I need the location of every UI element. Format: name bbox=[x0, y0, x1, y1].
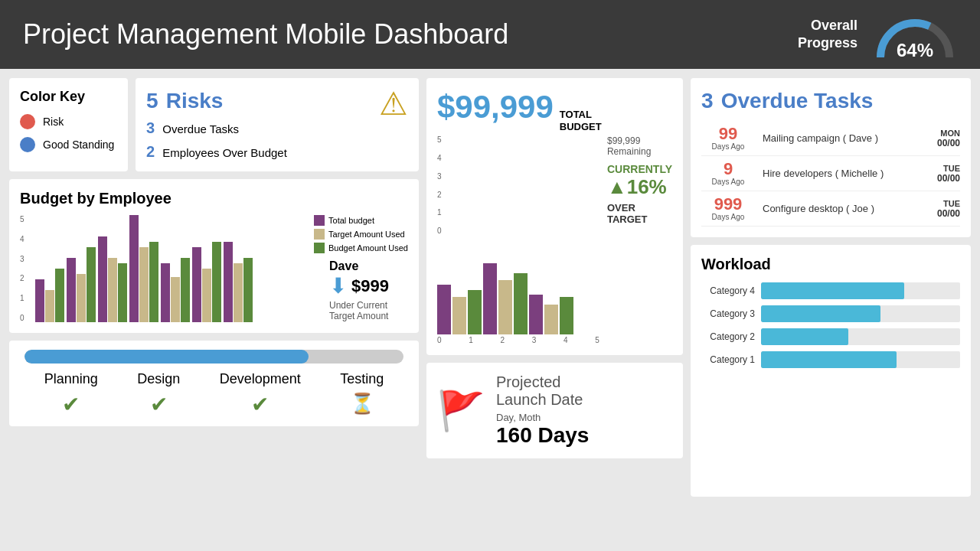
launch-label: ProjectedLaunch Date bbox=[496, 373, 589, 409]
mini-bar-group bbox=[529, 295, 573, 334]
good-standing-label: Good Standing bbox=[43, 139, 114, 151]
launch-text: ProjectedLaunch Date Day, Moth 160 Days bbox=[496, 373, 589, 448]
remaining-text: $99,999Remaining bbox=[607, 135, 672, 157]
employees-label: Employees Over Budget bbox=[162, 146, 287, 159]
color-key-card: Color Key Risk Good Standing bbox=[9, 78, 128, 171]
dave-name: Dave bbox=[329, 259, 389, 273]
day-of-week: TUE bbox=[918, 164, 960, 173]
mini-bar-segment bbox=[514, 273, 528, 335]
bar-segment bbox=[77, 274, 86, 322]
days-number: 999 bbox=[701, 196, 755, 213]
date-value: 00/00 bbox=[918, 138, 960, 148]
mini-bar-segment bbox=[452, 297, 466, 334]
risks-count: 5 bbox=[146, 89, 158, 112]
total-row: 012345 012345 $99,999Remaining CURRENTLY… bbox=[437, 135, 672, 344]
bar-segment bbox=[45, 290, 54, 322]
bar-segment bbox=[129, 215, 139, 322]
bar-segment bbox=[212, 242, 221, 322]
budget-chart bbox=[35, 215, 306, 322]
overdue-days: 99 Days Ago bbox=[701, 126, 755, 151]
days-number: 99 bbox=[701, 126, 755, 142]
currently-label: CURRENTLY bbox=[607, 163, 672, 175]
key-item-good: Good Standing bbox=[20, 137, 117, 152]
bar-segment bbox=[149, 242, 158, 322]
bar-segment bbox=[98, 236, 107, 322]
workload-category-row: Category 2 bbox=[701, 328, 960, 345]
risk-dot-icon bbox=[20, 114, 35, 129]
mini-bar-segment bbox=[544, 305, 558, 334]
mini-chart-x-labels: 012345 bbox=[437, 336, 599, 344]
bar-chart-visual bbox=[35, 215, 306, 322]
overdue-task-date: TUE 00/00 bbox=[918, 164, 960, 184]
bar-segment bbox=[35, 279, 44, 322]
bar-group bbox=[129, 215, 158, 322]
overdue-days: 999 Days Ago bbox=[701, 196, 755, 221]
workload-category-label: Category 2 bbox=[701, 331, 755, 342]
bar-segment bbox=[171, 277, 180, 322]
workload-card: Workload Category 4 Category 3 Category … bbox=[691, 245, 971, 497]
right-column: 3 Overdue Tasks 99 Days Ago Mailing camp… bbox=[691, 78, 971, 497]
risk-label: Risk bbox=[43, 116, 64, 128]
stage-testing: Testing ⏳ bbox=[340, 371, 384, 417]
overdue-items-list: 99 Days Ago Mailing campaign ( Dave ) MO… bbox=[701, 121, 960, 227]
header: Project Management Mobile Dashboard Over… bbox=[0, 0, 980, 69]
progress-label: OverallProgress bbox=[798, 17, 858, 53]
good-dot-icon bbox=[20, 137, 35, 152]
days-number: 9 bbox=[701, 161, 755, 178]
stage-design: Design ✔ bbox=[137, 371, 180, 417]
day-of-week: MON bbox=[918, 129, 960, 138]
workload-category-label: Category 4 bbox=[701, 285, 755, 296]
stages-progress-card: Planning ✔ Design ✔ Development ✔ Testin… bbox=[9, 341, 419, 426]
warning-icon: ⚠ bbox=[379, 85, 408, 122]
risks-word: Risks bbox=[166, 89, 224, 112]
workload-category-row: Category 4 bbox=[701, 282, 960, 299]
total-budget-card: $99,999 TOTALBUDGET 012345 012345 $99,99… bbox=[426, 78, 683, 355]
progress-track bbox=[24, 350, 403, 364]
budget-legend-and-dave: Total budget Target Amount Used Budget A… bbox=[314, 215, 408, 322]
budget-by-employee-card: Budget by Employee 0 1 2 3 4 5 bbox=[9, 179, 419, 333]
legend-total: Total budget bbox=[314, 215, 408, 226]
mini-bar-segment bbox=[483, 263, 497, 335]
dave-description: Under CurrentTarget Amount bbox=[329, 300, 389, 321]
development-check-icon: ✔ bbox=[220, 392, 301, 417]
stage-planning: Planning ✔ bbox=[44, 371, 98, 417]
progress-fill bbox=[24, 350, 309, 364]
dave-section: Dave ⬇ $999 Under CurrentTarget Amount bbox=[314, 259, 408, 321]
launch-date: Day, Moth bbox=[496, 412, 589, 423]
workload-category-row: Category 1 bbox=[701, 351, 960, 368]
workload-bar-background bbox=[761, 328, 960, 345]
mini-bar-segment bbox=[529, 295, 543, 334]
bar-segment bbox=[202, 269, 211, 322]
date-value: 00/00 bbox=[918, 208, 960, 219]
bar-segment bbox=[224, 242, 233, 322]
bar-segment bbox=[192, 247, 201, 322]
key-item-risk: Risk bbox=[20, 114, 117, 129]
legend-total-label: Total budget bbox=[328, 216, 374, 225]
overdue-label: Overdue Tasks bbox=[162, 122, 239, 135]
legend-green-box bbox=[314, 243, 325, 253]
overdue-task-date: TUE 00/00 bbox=[918, 199, 960, 219]
dave-arrow-icon: ⬇ bbox=[329, 273, 347, 298]
development-label: Development bbox=[220, 371, 301, 387]
progress-gauge: 64% bbox=[873, 8, 957, 61]
risks-title: 5 Risks bbox=[146, 89, 287, 113]
workload-bar-background bbox=[761, 351, 960, 368]
bar-segment bbox=[181, 258, 190, 322]
bar-segment bbox=[161, 263, 170, 322]
overdue-days: 9 Days Ago bbox=[701, 161, 755, 186]
budget-content: 0 1 2 3 4 5 Total budget bbox=[20, 215, 408, 322]
middle-column: $99,999 TOTALBUDGET 012345 012345 $99,99… bbox=[426, 78, 683, 497]
mini-bar-segment bbox=[468, 290, 482, 335]
budget-card-title: Budget by Employee bbox=[20, 190, 408, 207]
launch-date-card: 🚩 ProjectedLaunch Date Day, Moth 160 Day… bbox=[426, 363, 683, 458]
days-ago-label: Days Ago bbox=[701, 178, 755, 186]
color-key-title: Color Key bbox=[20, 89, 117, 105]
overdue-task-item: 999 Days Ago Configure desktop ( Joe ) T… bbox=[701, 191, 960, 227]
page-title: Project Management Mobile Dashboard bbox=[23, 18, 508, 51]
workload-category-label: Category 1 bbox=[701, 354, 755, 365]
legend-tan-box bbox=[314, 229, 325, 240]
currently-section: CURRENTLY ▲16% OVERTARGET bbox=[607, 163, 672, 225]
overdue-tasks-item: 3 Overdue Tasks bbox=[146, 119, 287, 137]
risks-card: 5 Risks 3 Overdue Tasks 2 Employees Over… bbox=[136, 78, 419, 171]
workload-category-row: Category 3 bbox=[701, 305, 960, 322]
